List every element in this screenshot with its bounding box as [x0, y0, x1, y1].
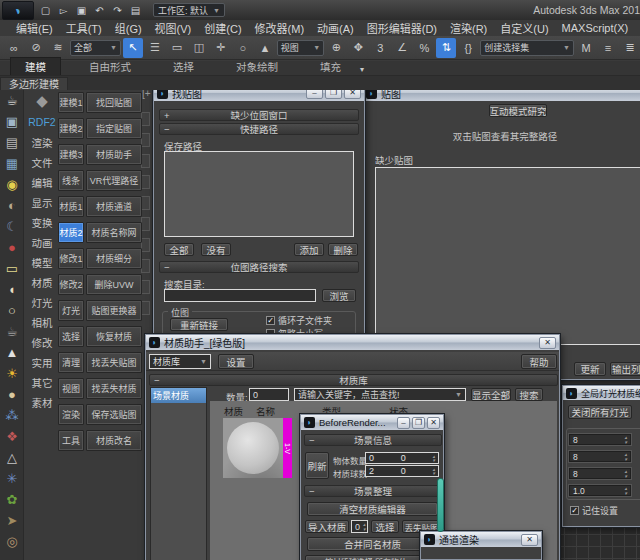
fish-icon[interactable]: ➤ — [0, 510, 24, 531]
import-material-button[interactable]: 导入材质 — [305, 520, 349, 533]
script-action-button[interactable]: 材质改名 — [86, 430, 142, 451]
recurse-subfolders-checkbox[interactable]: ✓ 循环子文件夹 — [266, 314, 332, 327]
add-button[interactable]: 添加 — [294, 243, 324, 256]
subdiv-value-field[interactable]: 8 ▴▾ — [569, 451, 631, 462]
spinner-icon[interactable]: ▴▾ — [433, 467, 436, 476]
close-icon[interactable]: ✕ — [539, 337, 556, 349]
help-button[interactable]: 帮助 — [521, 354, 557, 369]
menu-item[interactable]: 自定义(U) — [500, 20, 548, 36]
material-assistant-titlebar[interactable]: ◗ 材质助手_[绿色版] ✕ — [146, 335, 559, 350]
script-group-button[interactable]: 修改1 — [58, 248, 84, 269]
close-icon[interactable]: ✕ — [427, 417, 440, 429]
library-dropdown[interactable]: 材质库 ▼ — [149, 354, 211, 369]
refresh-button[interactable]: 刷新 — [305, 452, 329, 479]
global-light-titlebar[interactable]: ◗ 全局灯光材质细分 — [563, 386, 640, 400]
subdiv-value-field[interactable]: 8 ▴▾ — [569, 468, 631, 479]
clear-material-editor-button[interactable]: 清空材质编辑器 — [307, 502, 438, 516]
script-group-button[interactable]: 材质2 — [58, 222, 84, 243]
select-and-move-icon[interactable]: ✛ — [211, 38, 231, 58]
script-action-button[interactable]: 材质通道 — [86, 196, 142, 217]
mirror-icon[interactable]: M — [576, 38, 596, 58]
bind-to-space-warp-icon[interactable]: ≋ — [48, 38, 68, 58]
save-file-icon[interactable]: ▣ — [74, 3, 89, 18]
missing-bitmaps-rollout[interactable]: +缺少位图窗口 — [159, 109, 359, 121]
script-action-button[interactable]: 指定贴图 — [86, 118, 142, 139]
select-button[interactable]: 选择 — [371, 520, 399, 533]
count-field[interactable]: 0 — [249, 388, 289, 401]
script-action-button[interactable]: 贴图更换器 — [86, 300, 142, 321]
material-thumbnail[interactable]: 1-V — [223, 418, 283, 478]
rectangular-selection-region-icon[interactable]: ▭ — [167, 38, 187, 58]
angle-snap-icon[interactable]: ∠ — [392, 38, 412, 58]
category-label[interactable]: 模型 — [26, 252, 58, 272]
script-group-button[interactable]: 渲染 — [58, 404, 84, 425]
render-frame-icon[interactable]: ▣ — [0, 111, 24, 132]
cone-icon[interactable]: ▲ — [0, 342, 24, 363]
bitmap-path-search-rollout[interactable]: −位图路径搜索 — [159, 261, 359, 273]
rain-icon[interactable]: ⁂ — [0, 405, 24, 426]
category-label[interactable]: RDF2 — [26, 112, 58, 132]
script-action-button[interactable]: 保存选贴图 — [86, 404, 142, 425]
settings-button[interactable]: 设置 — [218, 354, 254, 369]
sun-icon[interactable]: ☀ — [0, 363, 24, 384]
category-label[interactable]: 材质 — [26, 272, 58, 292]
merge-same-name-button[interactable]: 合并同名材质 — [307, 537, 438, 551]
workspace-dropdown[interactable]: 工作区: 默认 ▼ — [153, 3, 225, 17]
search-button[interactable]: 搜索 — [515, 388, 543, 401]
script-group-button[interactable]: 修改2 — [58, 274, 84, 295]
search-dir-input[interactable] — [164, 289, 316, 302]
spinner-icon[interactable]: ▴▾ — [624, 486, 627, 495]
script-group-button[interactable]: 选择 — [58, 326, 84, 347]
scene-info-rollout[interactable]: −场景信息 — [304, 434, 442, 446]
spreadsheet-icon[interactable]: ▦ — [0, 153, 24, 174]
select-and-link-icon[interactable]: ∞ — [4, 38, 24, 58]
category-label[interactable]: 文件 — [26, 152, 58, 172]
all-button[interactable]: 全部 — [164, 243, 194, 256]
menu-item[interactable]: 工具(T) — [66, 20, 102, 36]
script-action-button[interactable]: VR代理路径 — [86, 170, 142, 191]
minimized-panel-tab[interactable] — [437, 478, 444, 532]
close-icon[interactable]: ✕ — [521, 534, 538, 546]
leaf-icon[interactable]: ✿ — [0, 489, 24, 510]
select-by-material-button[interactable]: 按材质球选择 所有物体 — [305, 555, 427, 560]
script-group-button[interactable]: 建模1 — [58, 92, 84, 113]
layer-manager-icon[interactable]: ≣ — [620, 38, 640, 58]
ribbon-tab[interactable]: 自由形式 — [75, 58, 145, 75]
teapot-icon[interactable]: ☕ — [0, 90, 24, 111]
menu-item[interactable]: 修改器(M) — [255, 20, 305, 36]
use-pivot-point-center-icon[interactable]: ⊕ — [326, 38, 346, 58]
reference-coordinate-dropdown[interactable]: 视图 ▼ — [277, 40, 324, 56]
polygon-modeling-panel-tab[interactable]: 多边形建模 — [0, 77, 68, 90]
pyramid-icon[interactable]: △ — [0, 447, 24, 468]
import-count-spinner[interactable]: 0 ▴▾ — [351, 520, 368, 533]
script-action-button[interactable]: 删除UVW — [86, 274, 142, 295]
select-by-name-icon[interactable]: ☰ — [145, 38, 165, 58]
molecule-icon[interactable]: ❖ — [0, 426, 24, 447]
browse-button[interactable]: 浏览 — [322, 289, 356, 302]
category-label[interactable]: 其它 — [26, 372, 58, 392]
ribbon-tab[interactable]: 建模 — [10, 57, 61, 75]
material-source-list[interactable]: 场景材质 — [150, 387, 207, 560]
minimize-icon[interactable]: – — [397, 417, 410, 429]
category-label[interactable]: 素材 — [26, 392, 58, 412]
crumple-icon[interactable]: ✳ — [0, 468, 24, 489]
ribbon-tab[interactable]: 填充 — [306, 58, 355, 75]
light-bulb-icon[interactable]: ◉ — [0, 174, 24, 195]
wire-teapot-icon[interactable]: ☕ — [0, 321, 24, 342]
category-label[interactable]: 实用 — [26, 352, 58, 372]
script-action-button[interactable]: 找丢失材质 — [86, 378, 142, 399]
unlink-selection-icon[interactable]: ⊘ — [26, 38, 46, 58]
close-all-lights-button[interactable]: 关闭所有灯光 — [568, 405, 632, 419]
new-file-icon[interactable]: ▢ — [38, 3, 53, 18]
ribbon-tab[interactable]: 对象绘制 — [222, 58, 292, 75]
menu-item[interactable]: 动画(A) — [317, 20, 354, 36]
plane-icon[interactable]: ▭ — [0, 258, 24, 279]
keyword-search-combo[interactable]: 请输入关键字，点击查找! ▼ — [294, 388, 466, 401]
script-group-button[interactable]: 灯光 — [58, 300, 84, 321]
audio-icon[interactable]: ◐ — [0, 195, 24, 216]
moon-icon[interactable]: ☾ — [0, 216, 24, 237]
select-and-scale-icon[interactable]: ▲ — [255, 38, 275, 58]
quick-paths-rollout[interactable]: −快捷路径 — [159, 123, 359, 135]
spinner-icon[interactable]: ▴▾ — [624, 435, 627, 444]
gem-icon[interactable]: ◆ — [26, 90, 58, 112]
